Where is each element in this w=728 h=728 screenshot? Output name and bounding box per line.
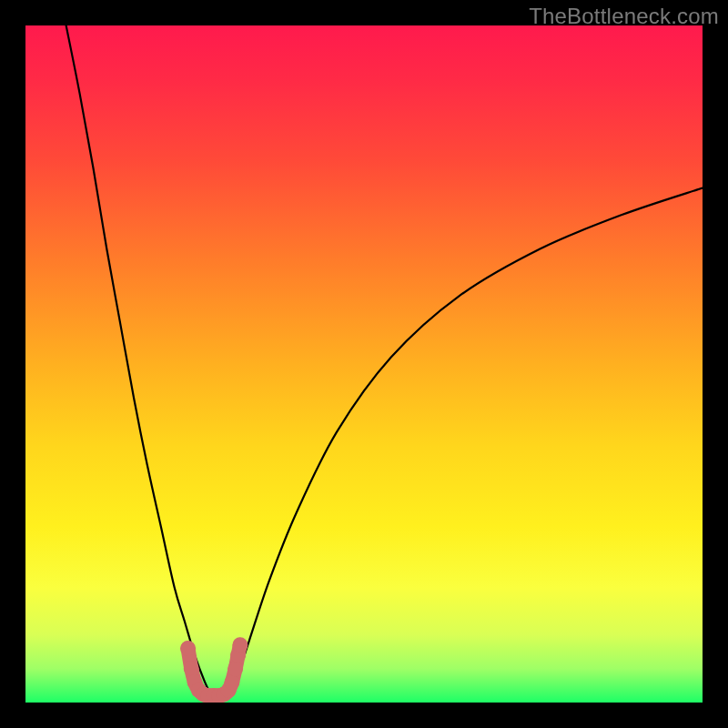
valley-marker-dot bbox=[232, 637, 248, 652]
chart-frame bbox=[25, 25, 703, 703]
bottleneck-chart bbox=[25, 25, 703, 703]
valley-marker-dot bbox=[180, 641, 196, 656]
valley-marker-dot bbox=[224, 674, 239, 690]
valley-marker-dot bbox=[184, 661, 199, 676]
watermark-text: TheBottleneck.com bbox=[529, 4, 719, 29]
valley-marker-dot bbox=[228, 661, 243, 676]
